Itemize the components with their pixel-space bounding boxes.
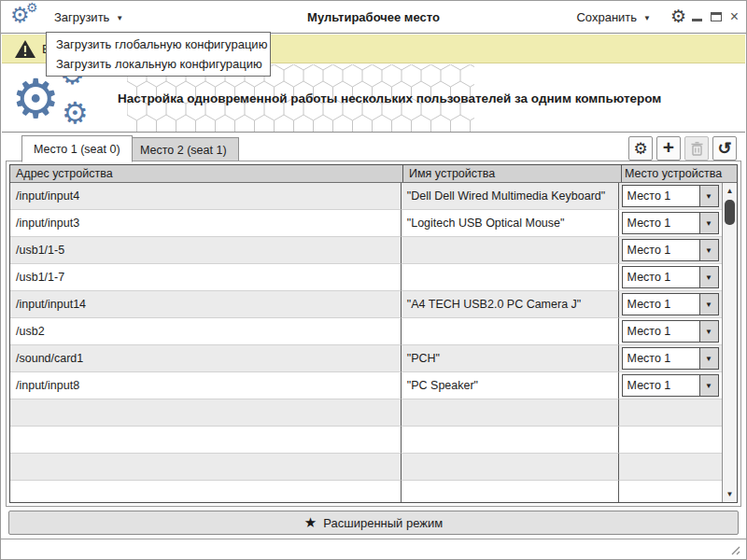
delete-device-button[interactable]	[684, 136, 709, 161]
load-dropdown-menu: Загрузить глобальную конфигурацию Загруз…	[46, 32, 271, 77]
chevron-down-icon: ▼	[699, 267, 718, 287]
seat-select[interactable]: Место 1▼	[622, 239, 719, 261]
seat-select[interactable]: Место 1▼	[622, 266, 719, 288]
seat-select-value: Место 1	[623, 294, 699, 315]
device-seat-cell: Место 1▼	[619, 210, 722, 237]
table-row[interactable]: /usb1/1-5Место 1▼	[10, 237, 722, 264]
table-row[interactable]: /usb1/1-7Место 1▼	[10, 264, 722, 291]
table-row-empty	[10, 481, 722, 502]
seat-select-value: Место 1	[623, 267, 699, 287]
device-address-cell: /input/input4	[10, 183, 402, 210]
table-row[interactable]: /input/input4"Dell Dell Wired Multimedia…	[10, 183, 722, 210]
chevron-down-icon: ▼	[699, 240, 718, 260]
multiseat-window: ⚙⚙ Загрузить ▼ Мультирабочее место Сохра…	[0, 0, 747, 560]
chevron-down-icon: ▼	[699, 321, 718, 342]
app-gears-icon: ⚙⚙	[10, 3, 42, 31]
chevron-down-icon: ▼	[699, 186, 718, 206]
device-name-cell	[402, 237, 619, 264]
seat-select-value: Место 1	[623, 375, 699, 396]
add-device-button[interactable]: +	[656, 136, 681, 161]
column-header-address[interactable]: Адрес устройства	[10, 165, 403, 182]
table-body: /input/input4"Dell Dell Wired Multimedia…	[10, 183, 722, 502]
table-row-empty	[10, 454, 722, 481]
seat-select-value: Место 1	[623, 240, 699, 260]
chevron-down-icon: ▼	[699, 294, 718, 315]
device-name-cell	[402, 264, 619, 291]
scroll-up-icon[interactable]: ▲	[723, 184, 737, 198]
device-address-cell: /input/input8	[10, 372, 402, 399]
device-table: Адрес устройства Имя устройства Место ус…	[9, 164, 738, 503]
seat-select-value: Место 1	[623, 321, 699, 342]
column-header-name[interactable]: Имя устройства	[403, 165, 622, 182]
chevron-down-icon: ▼	[699, 375, 718, 396]
table-row[interactable]: /input/input14"A4 TECH USB2.0 PC Camera …	[10, 291, 722, 318]
device-address-cell: /sound/card1	[10, 345, 402, 372]
load-menu-label: Загрузить	[54, 10, 109, 24]
table-row[interactable]: /input/input3"Logitech USB Optical Mouse…	[10, 210, 722, 237]
scroll-down-icon[interactable]: ▼	[723, 487, 737, 501]
window-controls: ×	[692, 1, 739, 33]
device-name-cell: "A4 TECH USB2.0 PC Camera J"	[402, 291, 619, 318]
device-address-cell: /input/input3	[10, 210, 402, 237]
table-toolbar: ⚙ + ↺	[628, 136, 737, 161]
device-seat-cell: Место 1▼	[619, 183, 722, 210]
seat-select[interactable]: Место 1▼	[622, 347, 719, 370]
save-menu-button[interactable]: Сохранить ▼	[576, 1, 651, 33]
save-menu-label: Сохранить	[576, 10, 637, 24]
tab-pane: Адрес устройства Имя устройства Место ус…	[6, 161, 741, 507]
chevron-down-icon: ▼	[116, 12, 123, 22]
device-name-cell	[402, 318, 619, 345]
device-address-cell: /usb1/1-5	[10, 237, 402, 264]
tab-seat-1[interactable]: Место 2 (seat 1)	[128, 137, 239, 162]
extended-mode-label: Расширенный режим	[323, 516, 443, 530]
device-name-cell: "PC Speaker"	[402, 372, 619, 399]
seat-select-value: Место 1	[623, 348, 699, 369]
vertical-scrollbar[interactable]: ▲ ▼	[722, 183, 737, 502]
device-address-cell: /usb1/1-7	[10, 264, 402, 291]
configure-button[interactable]: ⚙	[628, 136, 653, 161]
tab-seat-0[interactable]: Место 1 (seat 0)	[21, 135, 133, 162]
scrollbar-thumb[interactable]	[725, 200, 735, 225]
minimize-button[interactable]	[692, 19, 702, 21]
device-seat-cell: Место 1▼	[619, 291, 722, 318]
column-header-seat[interactable]: Место устройства	[622, 165, 726, 182]
device-name-cell: "Dell Dell Wired Multimedia Keyboard"	[402, 183, 619, 210]
device-seat-cell: Место 1▼	[619, 264, 722, 291]
table-row[interactable]: /sound/card1"PCH"Место 1▼	[10, 345, 722, 372]
close-button[interactable]: ×	[730, 9, 739, 24]
title-bar: ⚙⚙ Загрузить ▼ Мультирабочее место Сохра…	[1, 1, 746, 34]
device-address-cell: /usb2	[10, 318, 402, 345]
table-row-empty	[10, 399, 722, 427]
settings-gear-icon[interactable]: ⚙	[670, 7, 686, 25]
gear-icon: ⚙	[633, 139, 647, 159]
reset-button[interactable]: ↺	[712, 136, 737, 161]
status-bar	[1, 539, 746, 559]
star-icon: ★	[304, 514, 317, 531]
extended-mode-button[interactable]: ★ Расширенный режим	[8, 511, 739, 535]
device-seat-cell: Место 1▼	[619, 237, 722, 264]
load-menu-button[interactable]: Загрузить ▼	[54, 1, 123, 33]
device-seat-cell: Место 1▼	[619, 345, 722, 372]
menu-item-load-global[interactable]: Загрузить глобальную конфигурацию	[47, 35, 270, 54]
device-address-cell: /input/input14	[10, 291, 402, 318]
resize-grip[interactable]	[728, 543, 740, 555]
seat-select[interactable]: Место 1▼	[622, 374, 719, 397]
seat-select[interactable]: Место 1▼	[622, 293, 719, 315]
warning-icon	[14, 39, 36, 59]
chevron-down-icon: ▼	[699, 213, 718, 233]
seat-select[interactable]: Место 1▼	[622, 320, 719, 343]
device-name-cell: "Logitech USB Optical Mouse"	[402, 210, 619, 237]
chevron-down-icon: ▼	[699, 348, 718, 369]
table-header: Адрес устройства Имя устройства Место ус…	[10, 165, 737, 183]
device-name-cell: "PCH"	[402, 345, 619, 372]
table-row[interactable]: /input/input8"PC Speaker"Место 1▼	[10, 372, 722, 399]
seat-select[interactable]: Место 1▼	[622, 212, 719, 234]
table-row[interactable]: /usb2Место 1▼	[10, 318, 722, 345]
plus-icon: +	[663, 136, 674, 159]
device-seat-cell: Место 1▼	[619, 318, 722, 345]
seat-select[interactable]: Место 1▼	[622, 185, 719, 207]
menu-item-load-local[interactable]: Загрузить локальную конфигурацию	[47, 54, 270, 74]
maximize-button[interactable]	[711, 12, 722, 21]
device-seat-cell: Место 1▼	[619, 372, 722, 399]
table-row-empty	[10, 427, 722, 454]
